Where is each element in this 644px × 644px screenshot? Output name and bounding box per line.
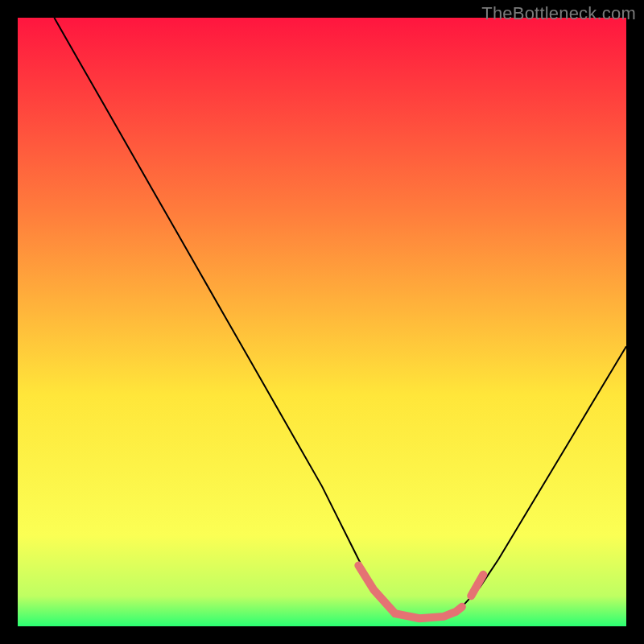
watermark-text: TheBottleneck.com [481, 3, 636, 24]
bottleneck-chart [18, 18, 626, 626]
chart-background [18, 18, 626, 626]
chart-container [18, 18, 626, 626]
